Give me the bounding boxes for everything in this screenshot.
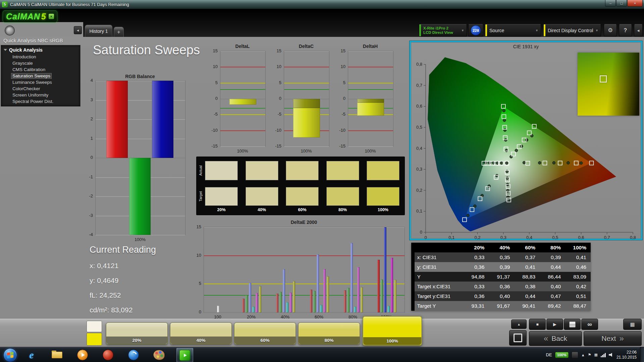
deltae-bar: [313, 291, 316, 312]
row-label-actual: Actual: [198, 161, 203, 180]
workflow-tree: Quick Analysis IntroductionGrayscaleCMS …: [1, 45, 80, 107]
cell-value: 0,36: [489, 282, 514, 291]
meter-dropdown[interactable]: X-Rite i1Pro 2 LCD Direct View ▼: [419, 24, 467, 37]
folder-icon: [52, 351, 62, 359]
patch-button-80[interactable]: 80%: [298, 322, 360, 345]
svg-text:0,7: 0,7: [604, 235, 610, 240]
chart-plot: [204, 227, 405, 313]
sidebar-item-saturation-sweeps[interactable]: Saturation Sweeps: [11, 73, 52, 79]
current-patch-indicator: [87, 320, 103, 346]
show-hidden-icons-button[interactable]: ▲: [581, 353, 585, 357]
sidebar-item-introduction[interactable]: Introduction: [11, 54, 38, 60]
layout-button[interactable]: ▦: [623, 319, 642, 330]
y-tick-label: 15: [204, 48, 218, 54]
cie-1931-panel[interactable]: CIE 1931 xy: [410, 41, 642, 240]
workflow-title: Quick Analysis NBC sRGB: [3, 38, 63, 43]
y-tick-label: 4: [84, 78, 93, 83]
tray-grid-icon[interactable]: ▦: [594, 353, 598, 357]
patch-button-100[interactable]: 100%: [363, 316, 422, 346]
calman-logo: CalMAN 5 ▼: [3, 10, 57, 22]
add-tab-button[interactable]: +: [114, 27, 124, 37]
expand-controls-button[interactable]: ▲: [511, 319, 527, 329]
volume-icon[interactable]: [609, 353, 613, 357]
tree-root-quick-analysis[interactable]: Quick Analysis: [1, 47, 80, 53]
sidebar-collapse-button[interactable]: ◄: [74, 26, 82, 34]
display-control-dropdown[interactable]: Direct Display Control ▼: [543, 24, 601, 37]
taskbar-clock[interactable]: 22:06 21.10.2015: [616, 350, 637, 360]
sidebar-item-screen-uniformity[interactable]: Screen Uniformity: [11, 92, 50, 98]
tree-items: IntroductionGrayscaleCMS CalibrationSatu…: [1, 54, 80, 104]
sidebar-item-colorchecker[interactable]: ColorChecker: [11, 86, 42, 92]
gridline: [348, 51, 393, 52]
row-label: Target Y: [415, 301, 464, 311]
close-button[interactable]: ×: [627, 0, 643, 7]
collapse-right-panel-button[interactable]: ◄: [634, 24, 643, 37]
play-button[interactable]: ▶: [546, 319, 563, 330]
back-button[interactable]: « Back: [529, 331, 582, 346]
start-button[interactable]: [3, 348, 17, 362]
deltae-bar: [394, 280, 396, 312]
sidebar-item-grayscale[interactable]: Grayscale: [11, 60, 34, 66]
patch-button-60[interactable]: 60%: [234, 322, 296, 345]
tray-app-icon[interactable]: [572, 352, 578, 358]
app-icon: 5: [2, 2, 8, 7]
sidebar-item-cms-calibration[interactable]: CMS Calibration: [11, 67, 47, 72]
chart-title: DeltaH: [348, 44, 393, 49]
y-tick-label: 5: [332, 80, 345, 85]
measured-point: [506, 177, 509, 180]
cell-value: 0,39: [540, 252, 565, 262]
source-dropdown[interactable]: Source ▼: [485, 24, 541, 37]
taskbar-media-player[interactable]: [74, 348, 91, 362]
taskbar-browser[interactable]: [100, 348, 116, 362]
logo-dropdown-arrow-icon[interactable]: ▼: [49, 14, 54, 19]
cell-value: 88,83: [514, 272, 540, 282]
gridline: [204, 312, 405, 313]
sidebar-item-spectral-power-dist[interactable]: Spectral Power Dist.: [11, 99, 55, 104]
system-tray: DE 100% ▲ ⚑ ▦ 22:06 21.10.2015: [546, 347, 640, 362]
taskbar-file-explorer[interactable]: [49, 348, 65, 362]
taskbar-internet-explorer[interactable]: e: [23, 348, 40, 362]
y-tick-label: 2: [84, 116, 93, 122]
settings-gear-button[interactable]: ⚙: [604, 24, 617, 37]
cell-value: 93,31: [463, 301, 489, 311]
y-tick-label: -15: [204, 143, 218, 149]
link-button[interactable]: ∞: [581, 319, 598, 330]
sidebar-knob-icon[interactable]: [5, 25, 15, 36]
tab-history-1[interactable]: History 1: [85, 25, 112, 37]
deltae-bar: [286, 302, 288, 312]
table-row-y: Y94,8891,3788,8386,4483,09: [411, 272, 591, 282]
save-button[interactable]: [564, 319, 581, 330]
action-center-flag-icon[interactable]: ⚑: [588, 353, 591, 357]
y-tick-label: -5: [268, 112, 281, 117]
y-tick-label: -15: [332, 143, 345, 149]
patch-window-button[interactable]: [509, 330, 527, 346]
maximize-button[interactable]: □: [616, 0, 627, 7]
taskbar-sync-app[interactable]: [125, 348, 142, 362]
cell-value: 0,38: [514, 282, 540, 291]
battery-indicator[interactable]: 100%: [555, 352, 569, 358]
y-tick-label: 10: [332, 64, 345, 69]
patch-button-20[interactable]: 20%: [106, 322, 168, 345]
help-button[interactable]: ?: [619, 24, 632, 37]
deltae-bar: [344, 290, 346, 312]
cell-value: 0,40: [540, 282, 565, 291]
svg-text:0,2: 0,2: [474, 235, 480, 240]
measured-point: [538, 162, 541, 165]
sidebar-item-luminance-sweeps[interactable]: Luminance Sweeps: [11, 79, 53, 85]
stop-button[interactable]: ■: [529, 319, 546, 330]
language-indicator[interactable]: DE: [546, 352, 552, 357]
svg-text:0,8: 0,8: [630, 235, 636, 240]
y-tick-label: -5: [204, 112, 218, 117]
next-button[interactable]: Next »: [584, 331, 642, 346]
show-desktop-button[interactable]: [640, 347, 644, 362]
minimize-button[interactable]: –: [605, 0, 616, 7]
taskbar-calman-active[interactable]: [176, 348, 193, 362]
patch-button-40[interactable]: 40%: [170, 322, 232, 345]
swatch-col-label: 60%: [286, 207, 319, 212]
network-icon[interactable]: [601, 353, 606, 357]
taskbar-graphics-app[interactable]: [151, 348, 167, 362]
delta-bar: [357, 103, 384, 116]
row-stub: [411, 282, 415, 291]
chart-title: DeltaE 2000: [204, 220, 404, 225]
measured-point: [505, 162, 508, 165]
